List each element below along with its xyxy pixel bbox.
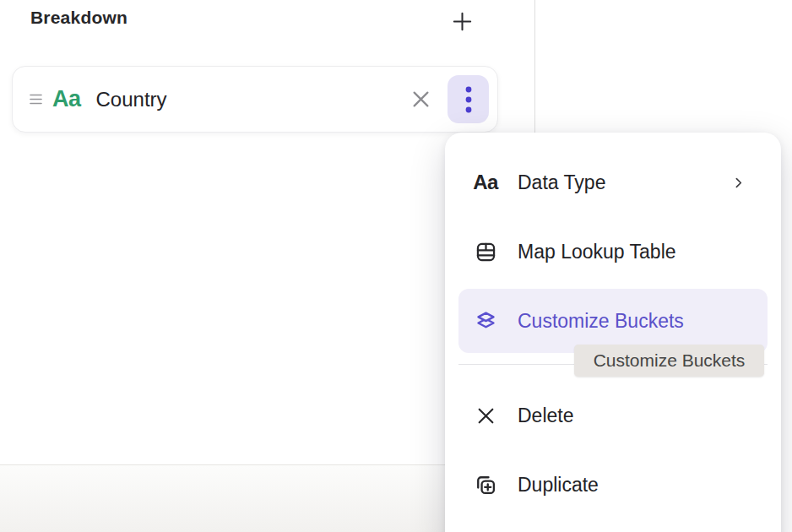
table-icon	[473, 241, 498, 263]
field-context-menu: Aa Data Type Map Lookup Table Customize …	[445, 133, 781, 532]
menu-item-delete[interactable]: Delete	[445, 381, 781, 450]
plus-icon	[450, 9, 475, 34]
close-icon	[409, 87, 433, 111]
drag-handle-icon[interactable]	[30, 94, 42, 105]
menu-item-label: Delete	[518, 404, 573, 427]
menu-item-label: Customize Buckets	[518, 310, 684, 333]
text-type-icon: Aa	[473, 171, 498, 194]
menu-item-label: Map Lookup Table	[518, 241, 676, 263]
breakdown-field-card[interactable]: Aa Country	[12, 66, 498, 133]
kebab-icon	[464, 85, 473, 114]
remove-field-button[interactable]	[408, 87, 433, 112]
menu-item-map-lookup-table[interactable]: Map Lookup Table	[445, 217, 781, 286]
menu-item-customize-buckets[interactable]: Customize Buckets	[458, 289, 768, 353]
chevron-right-icon	[731, 176, 746, 190]
menu-item-label: Data Type	[518, 171, 605, 194]
menu-divider	[458, 364, 768, 365]
page-title: Breakdown	[30, 8, 127, 28]
text-type-icon: Aa	[52, 86, 81, 112]
menu-item-label: Duplicate	[518, 474, 599, 497]
field-name: Country	[96, 88, 167, 111]
copy-plus-icon	[473, 473, 498, 497]
page-root: { "header": { "title": "Breakdown" }, "f…	[0, 0, 792, 532]
menu-item-data-type[interactable]: Aa Data Type	[445, 148, 781, 217]
x-icon	[473, 405, 498, 426]
add-breakdown-button[interactable]	[448, 7, 476, 35]
layers-icon	[473, 310, 498, 333]
field-menu-button[interactable]	[448, 75, 489, 123]
menu-item-duplicate[interactable]: Duplicate	[445, 450, 781, 519]
